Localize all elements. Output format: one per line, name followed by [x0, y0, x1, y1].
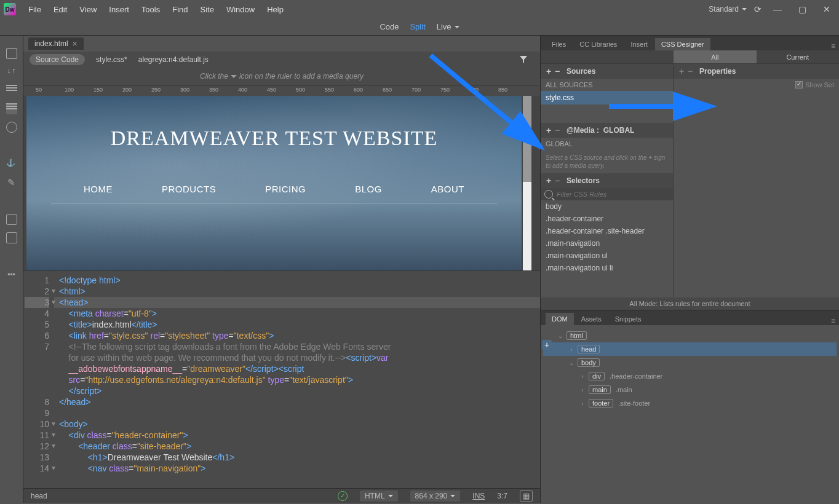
viewport-size[interactable]: 864 x 290 — [410, 490, 461, 502]
related-file[interactable]: alegreya:n4:default.js — [138, 55, 209, 64]
insert-mode: INS — [472, 492, 485, 500]
close-button[interactable]: ✕ — [818, 4, 835, 14]
workspace-switcher[interactable]: Standard — [709, 5, 747, 14]
compare-icon[interactable]: ↓↑ — [6, 66, 17, 77]
close-icon[interactable]: ✕ — [72, 40, 78, 48]
app-logo: Dw — [4, 3, 16, 15]
nav-item[interactable]: PRICING — [265, 184, 306, 194]
box-icon[interactable] — [6, 232, 17, 243]
sync-icon[interactable]: ⟳ — [754, 4, 761, 14]
selector-item[interactable]: .main-navigation ul — [541, 250, 673, 262]
panel-menu-icon[interactable]: ≡ — [831, 42, 835, 50]
media-header: + − @Media : GLOBAL — [541, 123, 673, 138]
checkbox-icon[interactable] — [795, 81, 803, 89]
media-hint: Select a CSS source and click on the + s… — [541, 150, 673, 173]
toggle-all[interactable]: All — [674, 50, 757, 63]
nav-item[interactable]: ABOUT — [431, 184, 464, 194]
menu-find[interactable]: Find — [166, 5, 194, 14]
left-toolbar: ↓↑ ⚓ — [0, 36, 23, 503]
marker-icon — [231, 75, 237, 81]
menu-tools[interactable]: Tools — [135, 5, 166, 14]
selector-item[interactable]: .header-container — [541, 213, 673, 225]
tab-files[interactable]: Files — [546, 38, 572, 50]
view-code[interactable]: Code — [380, 22, 399, 31]
panel-tabs: Files CC Libraries Insert CSS Designer ≡ — [541, 36, 839, 50]
title-bar: Dw FileEditViewInsertToolsFindSiteWindow… — [0, 0, 839, 18]
filter-input[interactable] — [557, 191, 669, 198]
line-gutter: 12▼3▼45678910▼11▼12▼1314▼ — [23, 271, 54, 488]
code-editor[interactable]: 12▼3▼45678910▼11▼12▼1314▼ <!doctype html… — [23, 270, 540, 488]
css-mode-hint: All Mode: Lists rules for entire documen… — [541, 297, 839, 310]
related-file[interactable]: style.css* — [96, 55, 127, 64]
dom-node[interactable]: ›footer.site-footer — [543, 396, 837, 410]
selector-item[interactable]: .main-navigation — [541, 237, 673, 250]
dom-node[interactable]: ›main.main — [543, 383, 837, 396]
nav-item[interactable]: HOME — [84, 184, 113, 194]
selector-item[interactable]: .main-navigation ul li — [541, 262, 673, 274]
source-code-tab[interactable]: Source Code — [30, 54, 85, 65]
document-tab[interactable]: index.html ✕ — [28, 37, 84, 50]
nav-item[interactable]: PRODUCTS — [162, 184, 216, 194]
view-split[interactable]: Split — [410, 22, 425, 31]
validate-icon[interactable]: ✓ — [338, 491, 348, 501]
language-select[interactable]: HTML — [360, 490, 398, 502]
dom-node[interactable]: ⌄html — [543, 329, 837, 342]
tab-assets[interactable]: Assets — [575, 313, 608, 325]
dom-tree[interactable]: ⌄html›head+⌄body›div.header-container›ma… — [541, 325, 839, 414]
menu-edit[interactable]: Edit — [47, 5, 73, 14]
selector-item[interactable]: body — [541, 200, 673, 213]
tab-insert[interactable]: Insert — [624, 38, 654, 50]
document-tab-label: index.html — [34, 39, 68, 48]
menu-file[interactable]: File — [22, 5, 47, 14]
code-content[interactable]: <!doctype html><html><head> <meta charse… — [54, 271, 540, 488]
remove-source-button[interactable]: − — [553, 66, 562, 76]
add-selector-button[interactable]: + — [544, 176, 553, 186]
remove-property-button[interactable]: − — [686, 66, 694, 76]
menu-site[interactable]: Site — [194, 5, 220, 14]
tab-dom[interactable]: DOM — [546, 313, 574, 325]
view-mode-switcher: Code Split Live — [0, 18, 839, 36]
show-set-toggle[interactable]: Show Set — [674, 79, 839, 91]
tab-snippets[interactable]: Snippets — [609, 313, 648, 325]
dom-node[interactable]: ›head — [543, 342, 837, 356]
tab-cc-libraries[interactable]: CC Libraries — [573, 38, 623, 50]
search-icon — [544, 190, 553, 199]
more-icon[interactable] — [6, 269, 17, 280]
sources-sub[interactable]: ALL SOURCES — [541, 79, 673, 91]
status-bar: head ✓ HTML 864 x 290 INS 3:7 ▦ — [23, 488, 540, 503]
device-icon[interactable]: ▦ — [520, 490, 533, 502]
menu-insert[interactable]: Insert — [103, 5, 135, 14]
selector-list: body.header-container.header-container .… — [541, 200, 673, 297]
add-node-button[interactable]: + — [542, 340, 552, 350]
tab-css-designer[interactable]: CSS Designer — [655, 38, 710, 50]
nav-item[interactable]: BLOG — [355, 184, 382, 194]
cursor-position: 3:7 — [497, 492, 507, 500]
remove-media-button[interactable]: − — [553, 125, 562, 135]
lines-icon[interactable] — [6, 103, 17, 114]
comment-icon[interactable] — [6, 214, 17, 225]
maximize-button[interactable]: ▢ — [793, 4, 811, 14]
anchor-icon[interactable]: ⚓ — [6, 159, 17, 170]
selectors-header: + − Selectors — [541, 173, 673, 188]
menu-window[interactable]: Window — [220, 5, 261, 14]
selector-filter[interactable] — [541, 188, 673, 200]
tag-path[interactable]: head — [31, 492, 47, 500]
add-property-button[interactable]: + — [677, 66, 686, 76]
sources-header: + − Sources — [541, 64, 673, 79]
wand-icon[interactable] — [6, 177, 17, 188]
toggle-current[interactable]: Current — [757, 50, 840, 63]
target-icon[interactable] — [6, 122, 17, 133]
panel-menu-icon[interactable]: ≡ — [831, 317, 835, 325]
menu-view[interactable]: View — [73, 5, 103, 14]
preview-nav: HOMEPRODUCTSPRICINGBLOGABOUT — [51, 184, 497, 203]
view-live[interactable]: Live — [437, 22, 459, 31]
dom-node[interactable]: ⌄body — [543, 356, 837, 369]
selector-item[interactable]: .header-container .site-header — [541, 225, 673, 237]
remove-selector-button[interactable]: − — [553, 176, 562, 186]
minimize-button[interactable]: — — [769, 4, 786, 14]
list-icon[interactable] — [6, 85, 17, 96]
file-icon[interactable] — [6, 48, 17, 59]
dom-node[interactable]: ›div.header-container — [543, 369, 837, 383]
menu-help[interactable]: Help — [261, 5, 290, 14]
media-sub[interactable]: GLOBAL — [541, 138, 673, 150]
